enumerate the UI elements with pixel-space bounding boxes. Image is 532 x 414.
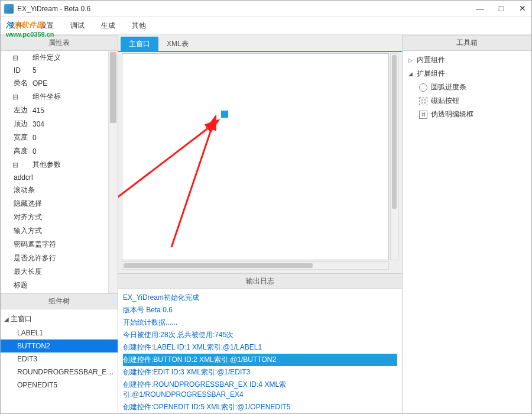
menu-file[interactable]: 文件 xyxy=(9,21,23,31)
prop-id-label: ID xyxy=(1,64,30,76)
titlebar: EX_YiDream - Beta 0.6 — □ ✕ xyxy=(1,1,531,17)
output-line[interactable]: 创建控件:LABEL ID:1 XML索引:@1/LABEL1 xyxy=(123,341,397,354)
toolbox-item-round-progress[interactable]: 圆弧进度条 xyxy=(406,80,528,94)
tree-item[interactable]: LABEL1 xyxy=(1,326,118,339)
prop-scrollbar[interactable]: 滚动条 xyxy=(1,183,118,197)
output-line[interactable]: 创建控件:OPENEDIT ID:5 XML索引:@1/OPENEDIT5 xyxy=(123,401,397,413)
maximize-button[interactable]: □ xyxy=(496,3,507,14)
selected-control-marker[interactable] xyxy=(221,111,228,118)
prop-multiline[interactable]: 是否允许多行 xyxy=(1,251,118,265)
prop-width-value[interactable]: 0 xyxy=(30,131,118,144)
prop-width-label: 宽度 xyxy=(1,131,30,144)
output-line[interactable]: 今日被使用:28次 总共被使用:745次 xyxy=(123,329,397,341)
window-title: EX_YiDream - Beta 0.6 xyxy=(17,5,90,13)
output-header: 输出日志 xyxy=(118,273,402,289)
menu-debug[interactable]: 调试 xyxy=(70,21,85,31)
menu-other[interactable]: 其他 xyxy=(132,21,146,31)
tab-xml-table[interactable]: XML表 xyxy=(158,37,197,51)
prop-align[interactable]: 对齐方式 xyxy=(1,211,118,224)
toolbox-list: ▷内置组件 ◢扩展组件 圆弧进度条 磁贴按钮 ⵌ伪透明编辑框 xyxy=(403,51,531,124)
tree-item[interactable]: EDIT3 xyxy=(1,352,118,366)
tree-root[interactable]: 主窗口 xyxy=(1,312,118,326)
propgrid-scrollbar[interactable] xyxy=(108,51,118,293)
toolbox-header: 工具箱 xyxy=(403,35,531,51)
tree-item[interactable]: ROUNDPROGRESSBAR_EX4 xyxy=(1,366,118,379)
center-tabs: 主窗口 XML表 xyxy=(118,35,402,52)
transparent-edit-icon: ⵌ xyxy=(419,111,427,119)
minimize-button[interactable]: — xyxy=(475,3,485,14)
prop-caption[interactable]: 标题 xyxy=(1,279,118,292)
tab-main-window[interactable]: 主窗口 xyxy=(121,37,158,51)
prop-cat-definition[interactable]: 组件定义 xyxy=(30,51,118,64)
prop-passwordchar[interactable]: 密码遮盖字符 xyxy=(1,238,118,251)
prop-textcolor[interactable]: 文本颜色 xyxy=(1,292,118,293)
tree-item[interactable]: OPENEDIT5 xyxy=(1,379,118,392)
prop-cat-other[interactable]: 其他参数 xyxy=(30,158,118,172)
prop-cat-coords[interactable]: 组件坐标 xyxy=(30,90,118,104)
menu-settings[interactable]: 设置 xyxy=(40,21,54,31)
output-line[interactable]: 创建控件:EDIT ID:3 XML索引:@1/EDIT3 xyxy=(123,366,397,379)
output-line[interactable]: 创建控件:BUTTON ID:2 XML索引:@1/BUTTON2 xyxy=(123,354,397,366)
tree-item[interactable]: BUTTON2 xyxy=(1,339,118,352)
output-log[interactable]: EX_YiDream初始化完成版本号 Beta 0.6开始统计数据......今… xyxy=(118,289,402,414)
output-line[interactable]: EX_YiDream初始化完成 xyxy=(123,292,397,304)
canvas-horizontal-scrollbar[interactable] xyxy=(122,261,389,270)
prop-hideselection[interactable]: 隐藏选择 xyxy=(1,197,118,211)
properties-header: 属性表 xyxy=(1,35,118,51)
prop-inputmode[interactable]: 输入方式 xyxy=(1,224,118,238)
round-progress-icon xyxy=(419,83,427,92)
property-grid[interactable]: ⊟组件定义 ID5 类名OPE ⊟组件坐标 左边415 顶边304 宽度0 高度… xyxy=(1,51,118,293)
app-icon xyxy=(4,4,14,14)
prop-maxlength[interactable]: 最大长度 xyxy=(1,265,118,279)
output-line[interactable]: 创建控件:ROUNDPROGRESSBAR_EX ID:4 XML索引:@1/R… xyxy=(123,379,397,401)
canvas-vertical-scrollbar[interactable] xyxy=(390,53,398,260)
toolbox-item-transparent-edit[interactable]: ⵌ伪透明编辑框 xyxy=(406,108,528,121)
tile-button-icon xyxy=(419,97,427,105)
menu-build[interactable]: 生成 xyxy=(101,21,115,31)
prop-id-value[interactable]: 5 xyxy=(30,64,118,76)
prop-left-label: 左边 xyxy=(1,104,30,117)
design-canvas[interactable] xyxy=(122,53,389,260)
toolbox-category-extend[interactable]: ◢扩展组件 xyxy=(406,67,528,80)
prop-top-label: 顶边 xyxy=(1,117,30,131)
menubar: 文件 设置 调试 生成 其他 xyxy=(1,17,531,35)
output-line[interactable]: 版本号 Beta 0.6 xyxy=(123,304,397,316)
close-button[interactable]: ✕ xyxy=(517,3,528,14)
design-canvas-wrap xyxy=(118,52,402,273)
prop-class-value[interactable]: OPE xyxy=(30,76,118,90)
prop-addcrl[interactable]: addcrl xyxy=(1,172,118,183)
output-line[interactable]: 开始统计数据...... xyxy=(123,316,397,329)
prop-left-value[interactable]: 415 xyxy=(30,104,118,117)
toolbox-category-builtin[interactable]: ▷内置组件 xyxy=(406,53,528,67)
prop-height-value[interactable]: 0 xyxy=(30,144,118,158)
prop-class-label: 类名 xyxy=(1,76,30,90)
prop-height-label: 高度 xyxy=(1,144,30,158)
component-tree[interactable]: 主窗口LABEL1BUTTON2EDIT3ROUNDPROGRESSBAR_EX… xyxy=(1,309,118,413)
prop-top-value[interactable]: 304 xyxy=(30,117,118,131)
tree-header: 组件树 xyxy=(1,293,118,309)
toolbox-item-tile-button[interactable]: 磁贴按钮 xyxy=(406,94,528,108)
